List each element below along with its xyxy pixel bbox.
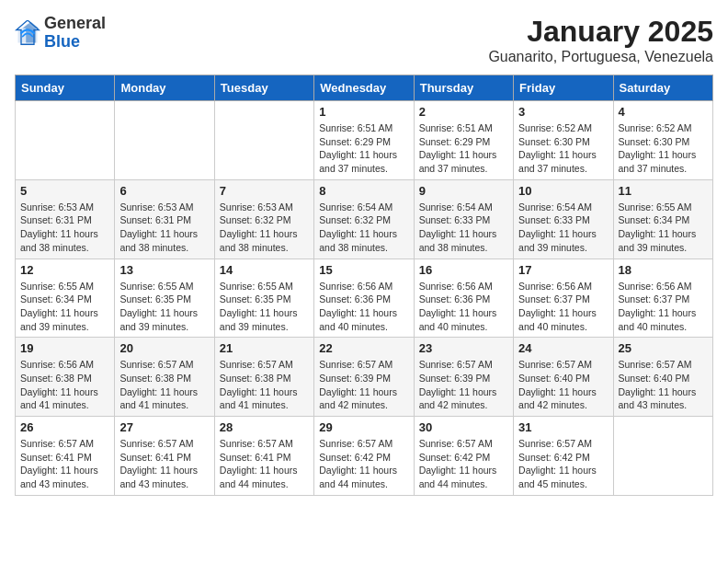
weekday-header: Friday: [514, 75, 613, 101]
calendar-cell: 12Sunrise: 6:55 AMSunset: 6:34 PMDayligh…: [16, 259, 115, 338]
day-info: Sunrise: 6:53 AMSunset: 6:31 PMDaylight:…: [20, 201, 109, 255]
logo-general-text: General: [44, 14, 106, 32]
logo-text: General Blue: [44, 15, 106, 52]
calendar-cell: [16, 101, 115, 180]
calendar-cell: 1Sunrise: 6:51 AMSunset: 6:29 PMDaylight…: [314, 101, 414, 180]
calendar-week-row: 26Sunrise: 6:57 AMSunset: 6:41 PMDayligh…: [16, 417, 713, 496]
day-number: 3: [518, 105, 608, 119]
calendar-cell: 29Sunrise: 6:57 AMSunset: 6:42 PMDayligh…: [314, 417, 414, 496]
calendar-cell: [115, 101, 214, 180]
calendar-cell: [613, 417, 712, 496]
day-info: Sunrise: 6:57 AMSunset: 6:40 PMDaylight:…: [518, 358, 608, 412]
day-info: Sunrise: 6:56 AMSunset: 6:37 PMDaylight:…: [619, 280, 708, 334]
day-number: 16: [419, 263, 508, 277]
page-subtitle: Guanarito, Portuguesa, Venezuela: [488, 49, 713, 65]
day-info: Sunrise: 6:54 AMSunset: 6:33 PMDaylight:…: [419, 201, 508, 255]
day-number: 28: [220, 420, 309, 434]
weekday-header: Thursday: [414, 75, 513, 101]
day-number: 8: [319, 184, 408, 198]
day-info: Sunrise: 6:53 AMSunset: 6:31 PMDaylight:…: [119, 201, 209, 255]
day-info: Sunrise: 6:57 AMSunset: 6:41 PMDaylight:…: [20, 437, 109, 491]
day-number: 20: [119, 341, 209, 355]
calendar-cell: 25Sunrise: 6:57 AMSunset: 6:40 PMDayligh…: [613, 338, 712, 417]
day-info: Sunrise: 6:56 AMSunset: 6:36 PMDaylight:…: [319, 280, 408, 334]
calendar-cell: 31Sunrise: 6:57 AMSunset: 6:42 PMDayligh…: [514, 417, 613, 496]
day-number: 21: [220, 341, 309, 355]
day-number: 9: [419, 184, 508, 198]
day-info: Sunrise: 6:57 AMSunset: 6:42 PMDaylight:…: [518, 437, 608, 491]
day-info: Sunrise: 6:55 AMSunset: 6:34 PMDaylight:…: [20, 280, 109, 334]
day-number: 22: [319, 341, 408, 355]
day-info: Sunrise: 6:55 AMSunset: 6:34 PMDaylight:…: [619, 201, 708, 255]
day-number: 25: [619, 341, 708, 355]
calendar-cell: 18Sunrise: 6:56 AMSunset: 6:37 PMDayligh…: [613, 259, 712, 338]
day-info: Sunrise: 6:54 AMSunset: 6:33 PMDaylight:…: [518, 201, 608, 255]
day-number: 19: [20, 341, 109, 355]
day-number: 5: [20, 184, 109, 198]
day-info: Sunrise: 6:57 AMSunset: 6:41 PMDaylight:…: [119, 437, 209, 491]
day-number: 4: [619, 105, 708, 119]
day-info: Sunrise: 6:56 AMSunset: 6:38 PMDaylight:…: [20, 358, 109, 412]
day-info: Sunrise: 6:56 AMSunset: 6:36 PMDaylight:…: [419, 280, 508, 334]
day-number: 27: [119, 420, 209, 434]
calendar-cell: 30Sunrise: 6:57 AMSunset: 6:42 PMDayligh…: [414, 417, 513, 496]
day-info: Sunrise: 6:52 AMSunset: 6:30 PMDaylight:…: [619, 121, 708, 176]
day-info: Sunrise: 6:53 AMSunset: 6:32 PMDaylight:…: [220, 201, 309, 255]
logo-blue-text: Blue: [44, 32, 80, 51]
calendar-cell: [214, 101, 313, 180]
logo-icon: [15, 20, 40, 46]
day-info: Sunrise: 6:57 AMSunset: 6:39 PMDaylight:…: [319, 358, 408, 412]
day-info: Sunrise: 6:55 AMSunset: 6:35 PMDaylight:…: [220, 280, 309, 334]
day-info: Sunrise: 6:57 AMSunset: 6:39 PMDaylight:…: [419, 358, 508, 412]
calendar-table: SundayMondayTuesdayWednesdayThursdayFrid…: [15, 75, 713, 496]
calendar-cell: 23Sunrise: 6:57 AMSunset: 6:39 PMDayligh…: [414, 338, 513, 417]
calendar-week-row: 12Sunrise: 6:55 AMSunset: 6:34 PMDayligh…: [16, 259, 713, 338]
day-info: Sunrise: 6:57 AMSunset: 6:38 PMDaylight:…: [220, 358, 309, 412]
day-info: Sunrise: 6:51 AMSunset: 6:29 PMDaylight:…: [319, 121, 408, 176]
calendar-cell: 28Sunrise: 6:57 AMSunset: 6:41 PMDayligh…: [214, 417, 313, 496]
calendar-week-row: 1Sunrise: 6:51 AMSunset: 6:29 PMDaylight…: [16, 101, 713, 180]
calendar-cell: 17Sunrise: 6:56 AMSunset: 6:37 PMDayligh…: [514, 259, 613, 338]
day-number: 7: [220, 184, 309, 198]
calendar-cell: 20Sunrise: 6:57 AMSunset: 6:38 PMDayligh…: [115, 338, 214, 417]
calendar-cell: 16Sunrise: 6:56 AMSunset: 6:36 PMDayligh…: [414, 259, 513, 338]
day-number: 23: [419, 341, 508, 355]
day-info: Sunrise: 6:57 AMSunset: 6:42 PMDaylight:…: [419, 437, 508, 491]
calendar-cell: 21Sunrise: 6:57 AMSunset: 6:38 PMDayligh…: [214, 338, 313, 417]
day-number: 14: [220, 263, 309, 277]
day-number: 13: [119, 263, 209, 277]
calendar-cell: 6Sunrise: 6:53 AMSunset: 6:31 PMDaylight…: [115, 179, 214, 259]
calendar-cell: 4Sunrise: 6:52 AMSunset: 6:30 PMDaylight…: [613, 101, 712, 180]
day-number: 12: [20, 263, 109, 277]
day-number: 26: [20, 420, 109, 434]
day-number: 10: [518, 184, 608, 198]
weekday-header: Monday: [115, 75, 214, 101]
day-info: Sunrise: 6:57 AMSunset: 6:40 PMDaylight:…: [619, 358, 708, 412]
weekday-header: Tuesday: [214, 75, 313, 101]
calendar-week-row: 19Sunrise: 6:56 AMSunset: 6:38 PMDayligh…: [16, 338, 713, 417]
page-title: January 2025: [488, 15, 713, 49]
day-number: 1: [319, 105, 408, 119]
day-number: 11: [619, 184, 708, 198]
day-number: 24: [518, 341, 608, 355]
day-number: 2: [419, 105, 508, 119]
calendar-cell: 22Sunrise: 6:57 AMSunset: 6:39 PMDayligh…: [314, 338, 414, 417]
day-number: 29: [319, 420, 408, 434]
calendar-cell: 2Sunrise: 6:51 AMSunset: 6:29 PMDaylight…: [414, 101, 513, 180]
calendar-cell: 9Sunrise: 6:54 AMSunset: 6:33 PMDaylight…: [414, 179, 513, 259]
calendar-header-row: SundayMondayTuesdayWednesdayThursdayFrid…: [16, 75, 713, 101]
day-info: Sunrise: 6:55 AMSunset: 6:35 PMDaylight:…: [119, 280, 209, 334]
day-info: Sunrise: 6:57 AMSunset: 6:38 PMDaylight:…: [119, 358, 209, 412]
page-header: General Blue January 2025 Guanarito, Por…: [15, 15, 713, 65]
day-number: 15: [319, 263, 408, 277]
day-info: Sunrise: 6:57 AMSunset: 6:41 PMDaylight:…: [220, 437, 309, 491]
day-number: 17: [518, 263, 608, 277]
day-number: 6: [119, 184, 209, 198]
day-info: Sunrise: 6:56 AMSunset: 6:37 PMDaylight:…: [518, 280, 608, 334]
day-number: 18: [619, 263, 708, 277]
calendar-cell: 19Sunrise: 6:56 AMSunset: 6:38 PMDayligh…: [16, 338, 115, 417]
calendar-cell: 14Sunrise: 6:55 AMSunset: 6:35 PMDayligh…: [214, 259, 313, 338]
weekday-header: Sunday: [16, 75, 115, 101]
title-block: January 2025 Guanarito, Portuguesa, Vene…: [488, 15, 713, 65]
calendar-cell: 26Sunrise: 6:57 AMSunset: 6:41 PMDayligh…: [16, 417, 115, 496]
